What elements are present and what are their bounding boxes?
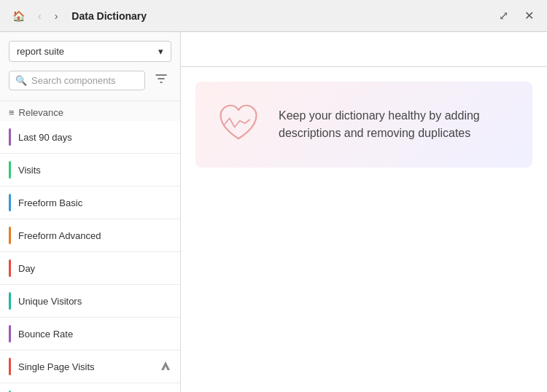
list-item[interactable]: Freeform Basic [0, 187, 180, 219]
report-suite-select[interactable]: report suite ▾ [9, 41, 171, 62]
list-item-label: Visits [18, 165, 171, 176]
right-panel: Keep your dictionary healthy by adding d… [181, 32, 547, 392]
color-bar [9, 259, 11, 277]
search-box: 🔍 [9, 71, 145, 90]
tab-bar [181, 32, 547, 67]
health-icon [213, 99, 264, 150]
search-icon: 🔍 [15, 75, 27, 86]
adobe-icon [160, 360, 171, 374]
sort-label: Relevance [19, 107, 63, 118]
filter-icon [155, 72, 168, 85]
window-title: Data Dictionary [71, 10, 147, 22]
sort-icon: ≡ [9, 107, 15, 118]
report-suite-label: report suite [17, 46, 64, 57]
list-item-label: Unique Visitors [18, 296, 171, 307]
close-button[interactable]: ✕ [520, 7, 538, 25]
component-list: Last 90 daysVisitsFreeform BasicFreeform… [0, 121, 180, 392]
list-item-label: Last 90 days [18, 132, 171, 143]
list-item[interactable]: Day [0, 252, 180, 285]
color-bar [9, 128, 11, 146]
filter-button[interactable] [151, 69, 171, 92]
color-bar [9, 358, 11, 375]
color-bar [9, 194, 11, 211]
health-card: Keep your dictionary healthy by adding d… [195, 82, 532, 168]
chevron-down-icon: ▾ [158, 46, 163, 57]
health-card-text: Keep your dictionary healthy by adding d… [279, 107, 515, 142]
sidebar: report suite ▾ 🔍 ≡ Relevance Last [0, 32, 181, 392]
title-bar-left: 🏠 ‹ › Data Dictionary [9, 7, 147, 25]
list-item[interactable]: Last 90 days [0, 121, 180, 154]
main-container: report suite ▾ 🔍 ≡ Relevance Last [0, 32, 547, 392]
title-bar: 🏠 ‹ › Data Dictionary ⤢ ✕ [0, 0, 547, 32]
search-row: 🔍 [9, 69, 171, 92]
color-bar [9, 292, 11, 310]
list-item-label: Single Page Visits [18, 361, 160, 372]
title-bar-right: ⤢ ✕ [494, 7, 538, 25]
list-item[interactable]: Bounce Rate [0, 318, 180, 350]
list-item[interactable]: Freeform Advanced [0, 219, 180, 252]
list-item-label: Freeform Advanced [18, 230, 171, 241]
color-bar [9, 227, 11, 244]
back-button[interactable]: ‹ [34, 7, 45, 25]
tab-content: Keep your dictionary healthy by adding d… [181, 67, 547, 392]
sidebar-top: report suite ▾ 🔍 [0, 32, 180, 101]
resize-button[interactable]: ⤢ [494, 7, 513, 25]
list-item-label: Bounce Rate [18, 329, 171, 340]
list-item-label: Freeform Basic [18, 197, 171, 208]
sort-row: ≡ Relevance [0, 101, 180, 121]
home-button[interactable]: 🏠 [9, 7, 28, 25]
list-item[interactable]: Unique Visitors [0, 285, 180, 318]
list-item[interactable]: Visits [0, 154, 180, 187]
list-item[interactable]: Single Page Visits [0, 350, 180, 383]
forward-button[interactable]: › [51, 7, 62, 25]
list-item-label: Day [18, 263, 171, 274]
search-input[interactable] [31, 75, 139, 86]
color-bar [9, 325, 11, 342]
color-bar [9, 161, 11, 179]
list-item[interactable]: This month [0, 383, 180, 392]
